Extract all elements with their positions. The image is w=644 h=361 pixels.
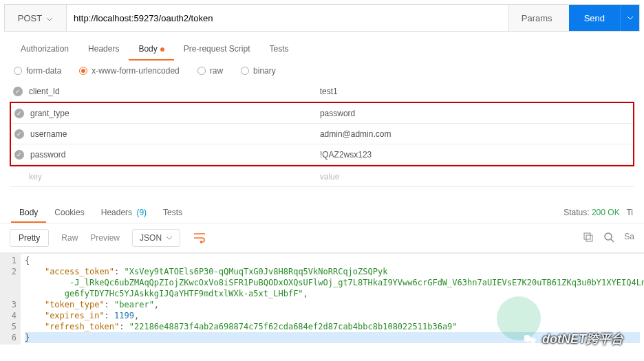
form-value-placeholder[interactable]: value — [320, 172, 634, 182]
body-type-selector: form-data x-www-form-urlencoded raw bina… — [0, 61, 644, 81]
http-method-label: POST — [18, 13, 42, 23]
response-toolbar: Pretty Raw Preview JSON Sa — [0, 223, 644, 253]
form-value[interactable]: password — [320, 109, 633, 118]
form-key[interactable]: grant_type — [28, 109, 320, 118]
resp-tab-cookies[interactable]: Cookies — [46, 202, 92, 223]
tab-prerequest[interactable]: Pre-request Script — [174, 37, 260, 61]
highlighted-rows: ✓ grant_type password ✓ username admin@a… — [10, 102, 634, 166]
radio-binary[interactable]: binary — [241, 66, 276, 76]
chevron-down-icon — [46, 13, 53, 23]
svg-rect-0 — [584, 233, 590, 239]
send-button[interactable]: Send — [569, 13, 620, 23]
search-icon[interactable] — [603, 232, 614, 245]
send-dropdown[interactable] — [620, 5, 639, 31]
request-tabs: Authorization Headers Body Pre-request S… — [0, 37, 644, 61]
response-tabs: Body Cookies Headers (9) Tests Status: 2… — [0, 202, 644, 223]
resp-tab-headers[interactable]: Headers (9) — [93, 202, 155, 223]
form-key[interactable]: password — [28, 150, 320, 160]
resp-tab-tests[interactable]: Tests — [155, 202, 191, 223]
radio-raw[interactable]: raw — [197, 66, 223, 76]
radio-urlencoded[interactable]: x-www-form-urlencoded — [79, 66, 179, 76]
save-response[interactable]: Sa — [624, 232, 634, 245]
row-checkbox[interactable]: ✓ — [11, 109, 28, 118]
json-code[interactable]: { "access_token": "XsVey9tATOEls6P30-qQM… — [21, 254, 644, 344]
view-raw[interactable]: Raw — [61, 233, 78, 243]
tab-authorization[interactable]: Authorization — [11, 37, 78, 61]
view-pretty[interactable]: Pretty — [10, 229, 49, 247]
form-row[interactable]: ✓ username admin@admin.com — [11, 124, 633, 144]
form-key-placeholder[interactable]: key — [26, 172, 320, 182]
tab-headers[interactable]: Headers — [78, 37, 129, 61]
row-checkbox[interactable]: ✓ — [10, 87, 26, 96]
row-checkbox[interactable]: ✓ — [11, 129, 28, 139]
params-button[interactable]: Params — [508, 5, 565, 31]
svg-point-2 — [605, 233, 612, 240]
wrap-lines-icon[interactable] — [193, 232, 206, 244]
radio-form-data[interactable]: form-data — [14, 66, 61, 76]
response-status: Status: 200 OK Ti — [564, 208, 633, 217]
resp-tab-body[interactable]: Body — [11, 202, 46, 223]
view-preview[interactable]: Preview — [90, 233, 120, 243]
unsaved-dot-icon — [160, 47, 164, 52]
form-row[interactable]: ✓ grant_type password — [11, 103, 633, 124]
tab-body[interactable]: Body — [129, 37, 173, 61]
form-value[interactable]: admin@admin.com — [320, 129, 633, 139]
svg-rect-1 — [586, 235, 592, 241]
form-row[interactable]: ✓ password !QAZ2wsx123 — [11, 144, 633, 165]
tab-tests[interactable]: Tests — [259, 37, 298, 61]
request-bar: POST Params Send — [4, 4, 640, 32]
line-gutter: 123456 — [0, 254, 21, 344]
form-key[interactable]: client_Id — [26, 87, 320, 96]
form-key[interactable]: username — [28, 129, 320, 139]
lang-dropdown[interactable]: JSON — [132, 229, 180, 247]
row-checkbox[interactable]: ✓ — [11, 150, 28, 160]
form-value[interactable]: test1 — [320, 87, 634, 96]
url-input[interactable] — [67, 5, 508, 31]
response-body: 123456 { "access_token": "XsVey9tATOEls6… — [0, 253, 644, 344]
send-button-group: Send — [569, 5, 639, 31]
copy-icon[interactable] — [583, 232, 594, 245]
form-row[interactable]: ✓ client_Id test1 — [10, 81, 634, 102]
http-method-dropdown[interactable]: POST — [5, 5, 67, 31]
form-row-placeholder[interactable]: key value — [10, 166, 634, 187]
form-value[interactable]: !QAZ2wsx123 — [320, 150, 633, 160]
form-data-grid: ✓ client_Id test1 ✓ grant_type password … — [10, 81, 634, 187]
